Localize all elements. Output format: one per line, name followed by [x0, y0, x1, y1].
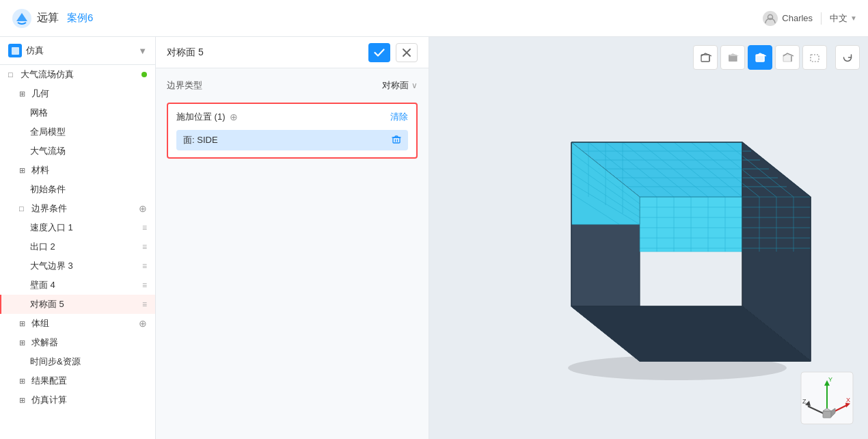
close-button[interactable] — [396, 43, 418, 62]
panel-actions — [368, 43, 418, 62]
svg-rect-2 — [12, 47, 19, 55]
sidebar-item-label: 结果配置 — [31, 375, 147, 387]
boundary-type-value[interactable]: 对称面 ∨ — [382, 79, 418, 92]
sidebar-item-label: 仿真计算 — [31, 394, 147, 406]
panel-body: 边界类型 对称面 ∨ 施加位置 (1) ⊕ 清除 面: SIDE — [156, 68, 429, 439]
sidebar-item-mesh[interactable]: 网格 — [0, 103, 155, 122]
svg-rect-9 — [811, 55, 819, 62]
sidebar: 仿真 ▼ □ 大气流场仿真 ⊞ 几何 网格 全局模型 大气流场 ⊞ 材料 初始条 — [0, 37, 156, 439]
project-name: 案例6 — [67, 12, 93, 25]
sidebar-item-velocity-inlet[interactable]: 速度入口 1 ≡ — [0, 218, 155, 237]
expand-icon: □ — [19, 204, 29, 213]
sidebar-item-label: 网格 — [30, 107, 147, 119]
sidebar-item-label: 大气流场仿真 — [21, 68, 137, 81]
boundary-type-row: 边界类型 对称面 ∨ — [167, 79, 418, 92]
boundary-type-label: 边界类型 — [167, 79, 202, 92]
logo: 远算 — [11, 8, 59, 29]
location-title: 施加位置 (1) ⊕ — [176, 111, 238, 123]
svg-text:Y: Y — [828, 376, 832, 383]
user-area: Charles — [763, 11, 813, 26]
add-icon[interactable]: ⊕ — [139, 318, 147, 329]
sidebar-item-solver[interactable]: ⊞ 求解器 — [0, 333, 155, 352]
sidebar-item-symmetry[interactable]: 对称面 5 ≡ — [0, 295, 155, 314]
sidebar-item-material[interactable]: ⊞ 材料 — [0, 161, 155, 180]
svg-rect-3 — [393, 137, 400, 143]
sidebar-header: 仿真 ▼ — [0, 37, 155, 65]
simulation-icon — [8, 44, 22, 57]
sidebar-item-result-config[interactable]: ⊞ 结果配置 — [0, 371, 155, 390]
sidebar-item-label: 对称面 5 — [30, 298, 142, 310]
expand-icon: ⊞ — [19, 377, 29, 386]
solid-button[interactable] — [720, 45, 745, 70]
sidebar-item-boundary[interactable]: □ 边界条件 ⊕ — [0, 199, 155, 218]
status-dot — [141, 72, 147, 77]
sidebar-item-atm-boundary[interactable]: 大气边界 3 ≡ — [0, 256, 155, 276]
sidebar-item-atmosphere[interactable]: □ 大气流场仿真 — [0, 65, 155, 84]
expand-icon: □ — [8, 70, 18, 79]
sidebar-item-label: 边界条件 — [31, 202, 136, 215]
expand-icon: ⊞ — [19, 319, 29, 328]
language-label: 中文 — [830, 12, 847, 25]
sidebar-item-label: 出口 2 — [30, 241, 142, 253]
svg-rect-74 — [823, 411, 831, 418]
sidebar-item-label: 速度入口 1 — [30, 222, 142, 234]
confirm-button[interactable] — [368, 43, 390, 62]
transparent-button[interactable] — [775, 45, 800, 70]
menu-icon[interactable]: ≡ — [142, 223, 147, 232]
sidebar-item-sim-calc[interactable]: ⊞ 仿真计算 — [0, 390, 155, 410]
chevron-down-icon: ∨ — [411, 81, 418, 90]
viewport-toolbar — [693, 45, 860, 70]
location-item-label: 面: SIDE — [183, 134, 218, 146]
language-selector[interactable]: 中文 ▼ — [830, 12, 857, 25]
location-box: 施加位置 (1) ⊕ 清除 面: SIDE — [167, 103, 418, 159]
refresh-button[interactable] — [835, 45, 860, 70]
solid-wire-button[interactable] — [748, 45, 772, 70]
menu-icon[interactable]: ≡ — [142, 242, 147, 252]
add-icon[interactable]: ⊕ — [139, 203, 147, 214]
delete-icon[interactable] — [392, 135, 401, 146]
sidebar-item-init-cond[interactable]: 初始条件 — [0, 180, 155, 199]
sidebar-item-label: 壁面 4 — [30, 279, 142, 291]
axes-widget: Y X Z — [800, 371, 854, 425]
panel: 对称面 5 边界类型 对称面 ∨ — [156, 37, 429, 439]
expand-icon: ⊞ — [19, 90, 29, 98]
chevron-down-icon: ▼ — [850, 14, 857, 22]
sidebar-item-label: 求解器 — [31, 336, 147, 349]
sidebar-item-label: 材料 — [31, 164, 147, 176]
boundary-type-text: 对称面 — [382, 79, 409, 92]
wireframe-button[interactable] — [693, 45, 718, 70]
sidebar-collapse-icon[interactable]: ▼ — [138, 46, 147, 56]
sidebar-item-atm-flow[interactable]: 大气流场 — [0, 142, 155, 161]
viewport: Y X Z — [429, 37, 868, 439]
location-add-icon[interactable]: ⊕ — [230, 111, 238, 122]
logo-icon — [11, 8, 33, 29]
expand-icon: ⊞ — [19, 166, 29, 175]
location-header: 施加位置 (1) ⊕ 清除 — [176, 111, 408, 123]
sidebar-item-outlet[interactable]: 出口 2 ≡ — [0, 237, 155, 256]
sidebar-item-label: 初始条件 — [30, 183, 147, 196]
menu-icon[interactable]: ≡ — [142, 280, 147, 290]
user-name: Charles — [782, 13, 813, 23]
sidebar-item-global-model[interactable]: 全局模型 — [0, 122, 155, 142]
header-left: 远算 案例6 — [11, 8, 93, 29]
menu-icon[interactable]: ≡ — [142, 300, 147, 309]
hidden-button[interactable] — [802, 45, 827, 70]
sidebar-item-label: 体组 — [31, 317, 136, 330]
header-divider — [821, 12, 822, 25]
sidebar-item-time-resource[interactable]: 时间步&资源 — [0, 352, 155, 371]
svg-text:X: X — [846, 397, 850, 403]
header: 远算 案例6 Charles 中文 ▼ — [0, 0, 868, 37]
location-item: 面: SIDE — [176, 130, 408, 150]
clear-button[interactable]: 清除 — [390, 111, 408, 123]
3d-viewport-shape — [483, 88, 858, 388]
expand-icon: ⊞ — [19, 338, 29, 347]
svg-text:Z: Z — [802, 398, 806, 405]
sidebar-item-wall[interactable]: 壁面 4 ≡ — [0, 276, 155, 295]
sidebar-item-label: 几何 — [31, 88, 147, 100]
menu-icon[interactable]: ≡ — [142, 261, 147, 271]
location-title-text: 施加位置 (1) — [176, 111, 226, 123]
sidebar-item-geometry[interactable]: ⊞ 几何 — [0, 84, 155, 103]
sidebar-item-body-group[interactable]: ⊞ 体组 ⊕ — [0, 314, 155, 333]
sidebar-item-label: 大气边界 3 — [30, 260, 142, 272]
logo-text: 远算 — [37, 11, 59, 25]
